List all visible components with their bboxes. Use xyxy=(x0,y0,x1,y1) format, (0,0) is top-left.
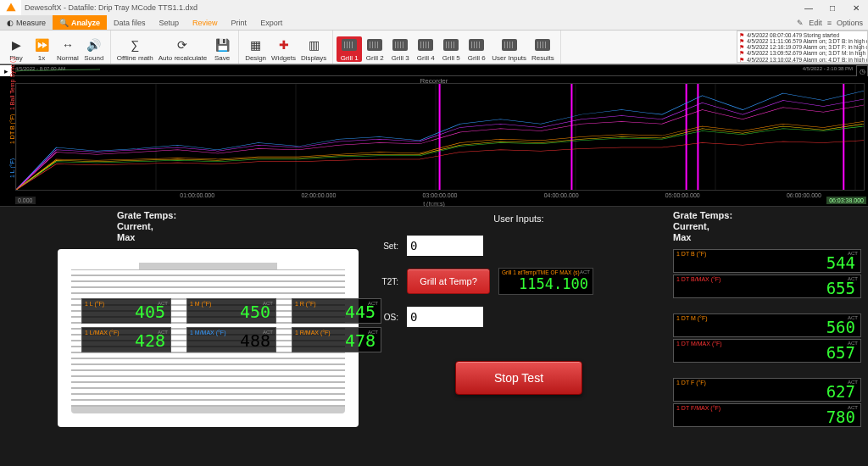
refresh-icon: ⟳ xyxy=(177,36,187,53)
sigma-icon: ∑ xyxy=(131,36,139,53)
tab-analyze[interactable]: 🔍Analyze xyxy=(53,15,107,30)
flag-icon: ⚑ xyxy=(739,57,744,63)
tab-export[interactable]: Export xyxy=(253,15,289,30)
fast-forward-icon: ⏩ xyxy=(35,36,49,53)
grid-icon: ▦ xyxy=(250,36,261,53)
grate-temps-panel: Grate Temps: Current, Max 1 L (°F)ACT405… xyxy=(0,207,364,466)
play-button[interactable]: ▶Play xyxy=(3,36,29,62)
tab-datafiles[interactable]: Data files xyxy=(107,15,153,30)
t2t-readout: Grill 1 atTemp/TME OF MAX (s) ACT 1154.1… xyxy=(498,268,593,295)
grill-visual: 1 L (°F)ACT4051 L/MAX (°F)ACT4281 M (°F)… xyxy=(58,249,359,427)
hamburger-icon: ≡ xyxy=(827,19,832,27)
set-input[interactable] xyxy=(407,236,483,256)
grate-temps-header: Grate Temps: Current, Max xyxy=(117,210,364,244)
titlebar: DewesoftX - Datafile: Drip Tray MCode TT… xyxy=(0,0,868,15)
tab-review[interactable]: Review xyxy=(186,15,225,30)
timeline-clock-button[interactable]: ◷ xyxy=(856,65,868,77)
tab-setup[interactable]: Setup xyxy=(153,15,186,30)
recorder-time-start: 0.000 xyxy=(15,197,36,204)
temp-readout: 1 R (°F)ACT445 xyxy=(292,298,381,324)
recorder-x-label: t (h:m:s) xyxy=(423,201,445,207)
gauge-icon: ◐ xyxy=(7,19,14,27)
user-inputs-panel: User Inputs: Set: T2T: Grill at Temp? Gr… xyxy=(364,207,673,466)
speed-button[interactable]: ⏩1x xyxy=(29,36,54,62)
t2t-readout-label: Grill 1 atTemp/TME OF MAX (s) xyxy=(502,269,580,275)
tab-measure[interactable]: ◐Measure xyxy=(0,15,53,30)
temp-readout: 1 R/MAX (°F)ACT478 xyxy=(292,327,381,352)
flag-icon: ⚑ xyxy=(739,32,744,38)
t2t-readout-value: 1154.100 xyxy=(519,275,588,292)
recorder-time-end: 06:03:38.000 xyxy=(826,197,866,204)
temp-readout: 1 L (°F)ACT405 xyxy=(81,298,171,324)
timeline-strip[interactable]: ▸ 4/5/2022 - 8:07:00 AM 4/5/2022 - 2:10:… xyxy=(0,64,868,76)
temp-readout: 1 L/MAX (°F)ACT428 xyxy=(81,327,171,352)
grill-at-temp-button[interactable]: Grill at Temp? xyxy=(407,269,490,294)
dt-temp-readout: 1 DT M/MAX (°F)ACT657 xyxy=(673,339,861,363)
window-title: DewesoftX - Datafile: Drip Tray MCode TT… xyxy=(21,3,797,12)
speaker-icon: 🔊 xyxy=(86,36,101,53)
grill-4-tab[interactable]: Grill 4 xyxy=(413,36,438,62)
offline-math-button[interactable]: ∑Offline math xyxy=(114,36,156,62)
pencil-icon: ✎ xyxy=(797,19,804,27)
os-input[interactable] xyxy=(407,307,483,327)
options-link[interactable]: Options xyxy=(837,19,863,27)
app-logo xyxy=(0,0,21,15)
t2t-label: T2T: xyxy=(364,277,398,286)
drip-tray-temps-panel: Grate Temps: Current, Max 1 DT B (°F)ACT… xyxy=(673,207,868,466)
svg-marker-0 xyxy=(6,3,15,11)
displays-icon: ▥ xyxy=(309,36,320,53)
window-close-button[interactable]: ✕ xyxy=(844,0,868,15)
dt-temp-readout: 1 DT F/MAX (°F)ACT780 xyxy=(673,403,861,427)
window-maximize-button[interactable]: □ xyxy=(821,0,844,15)
flag-icon: ⚑ xyxy=(739,50,744,56)
tab-print[interactable]: Print xyxy=(225,15,254,30)
tab-measure-label: Measure xyxy=(16,19,46,27)
temp-readout: 1 M (°F)ACT450 xyxy=(186,298,276,324)
edit-link[interactable]: Edit xyxy=(809,19,822,27)
timeline-overview xyxy=(15,69,100,72)
menu-tabs: ◐Measure 🔍Analyze Data files Setup Revie… xyxy=(0,15,868,31)
flag-icon: ⚑ xyxy=(739,38,744,44)
recorder-y-axis-labels: 1 L (°F)1 DT B (°F)1 Ball Temp Sync (-) xyxy=(1,85,13,189)
widgets-button[interactable]: ✚Widgets xyxy=(269,36,298,62)
toolbar: ▶Play ⏩1x ↔Normal 🔊Sound ∑Offline math ⟳… xyxy=(0,31,868,64)
tab-analyze-label: Analyze xyxy=(71,19,100,27)
play-icon: ▶ xyxy=(12,36,21,53)
dt-temp-readout: 1 DT F (°F)ACT627 xyxy=(673,378,861,402)
user-inputs-tab[interactable]: User Inputs xyxy=(489,36,529,62)
lower-content: Grate Temps: Current, Max 1 L (°F)ACT405… xyxy=(0,207,868,466)
grill-tabs: Grill 1 Grill 2 Grill 3 Grill 4 Grill 5 … xyxy=(333,31,561,64)
dt-temp-readout: 1 DT B (°F)ACT544 xyxy=(673,249,861,273)
dt-temp-readout: 1 DT M (°F)ACT560 xyxy=(673,313,861,337)
temp-readout: 1 M/MAX (°F)ACT488 xyxy=(186,327,276,352)
grill-1-tab[interactable]: Grill 1 xyxy=(337,36,362,62)
timeline-end-label: 4/5/2022 - 2:10:38 PM xyxy=(803,66,853,71)
results-tab[interactable]: Results xyxy=(529,36,557,62)
grill-2-tab[interactable]: Grill 2 xyxy=(362,36,387,62)
grill-3-tab[interactable]: Grill 3 xyxy=(387,36,413,62)
plus-icon: ✚ xyxy=(279,36,289,53)
search-icon: 🔍 xyxy=(59,19,69,27)
stop-test-button[interactable]: Stop Test xyxy=(455,361,582,395)
save-button[interactable]: 💾Save xyxy=(209,36,235,62)
user-inputs-header: User Inputs: xyxy=(364,214,673,224)
recorder-plot-area[interactable] xyxy=(15,83,865,191)
arrows-icon: ↔ xyxy=(62,36,74,53)
recorder-chart[interactable]: Recorder 1 L (°F)1 DT B (°F)1 Ball Temp … xyxy=(0,76,868,207)
displays-button[interactable]: ▥Displays xyxy=(298,36,329,62)
t2t-readout-act: ACT xyxy=(580,269,590,275)
set-label: Set: xyxy=(364,241,398,251)
auto-recalc-button[interactable]: ⟳Auto recalculate xyxy=(156,36,209,62)
save-icon: 💾 xyxy=(215,36,230,53)
normal-button[interactable]: ↔Normal xyxy=(54,36,81,62)
grill-5-tab[interactable]: Grill 5 xyxy=(438,36,464,62)
design-button[interactable]: ▦Design xyxy=(242,36,269,62)
drip-tray-header: Grate Temps: Current, Max xyxy=(673,210,861,244)
grill-6-tab[interactable]: Grill 6 xyxy=(464,36,489,62)
flag-icon: ⚑ xyxy=(739,44,744,50)
dt-temp-readout: 1 DT B/MAX (°F)ACT655 xyxy=(673,275,861,298)
sound-button[interactable]: 🔊Sound xyxy=(81,36,107,62)
event-log[interactable]: ⚑4/5/2022 08:07:00.479 Storing started⚑4… xyxy=(737,31,868,63)
window-minimize-button[interactable]: — xyxy=(797,0,821,15)
